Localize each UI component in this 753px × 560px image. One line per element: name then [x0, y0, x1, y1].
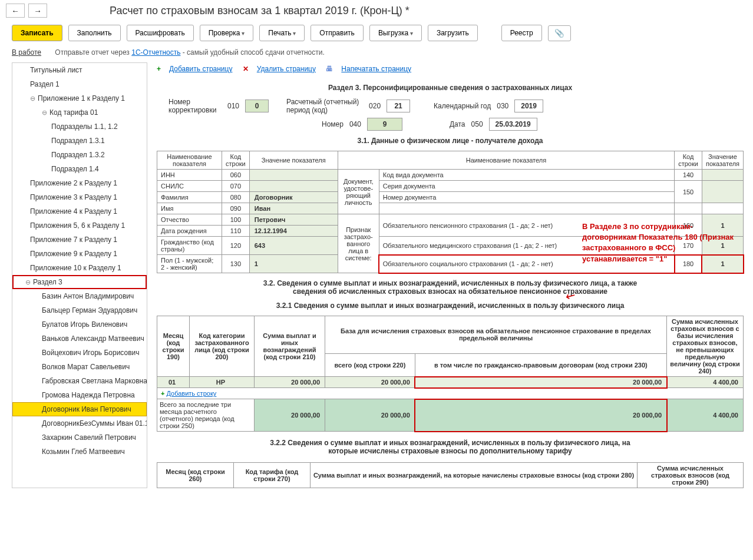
period-val[interactable]: 21 [387, 100, 410, 112]
tree-person-7[interactable]: Габровская Светлана Марковна [12, 374, 147, 388]
status-label[interactable]: В работе [12, 48, 41, 57]
tree-person-2[interactable]: Бальцер Герман Эдуардович [12, 303, 147, 317]
tree-sub14[interactable]: Подраздел 1.4 [12, 162, 147, 176]
tree-person-6[interactable]: Волков Марат Савельевич [12, 360, 147, 374]
tree-person-10[interactable]: ДоговорникБезСуммы Иван 01.11.1994 [12, 416, 147, 430]
tree-r1[interactable]: Раздел 1 [12, 77, 147, 91]
content-area: +Добавить страницу ✕Удалить страницу 🖶На… [147, 60, 753, 491]
print-page-link[interactable]: Напечатать страницу [341, 65, 411, 73]
s322-title: 3.2.2 Сведения о сумме выплат и иных воз… [267, 439, 633, 455]
status-hint2: - самый удобный способ сдачи отчетности. [180, 48, 324, 57]
x-icon: ✕ [243, 65, 249, 73]
s31-title: 3.1. Данные о физическом лице - получате… [157, 137, 744, 145]
tree-r3[interactable]: Раздел 3 [12, 275, 147, 289]
decode-button[interactable]: Расшифровать [127, 25, 194, 41]
num-code: 040 [349, 120, 361, 128]
tree-app56[interactable]: Приложения 5, 6 к Разделу 1 [12, 218, 147, 233]
year-code: 030 [497, 102, 508, 110]
tree-tarif[interactable]: Код тарифа 01 [12, 105, 147, 120]
download-button[interactable]: Загрузить [428, 25, 478, 41]
page-title: Расчет по страховым взносам за 1 квартал… [110, 5, 409, 17]
fill-button[interactable]: Заполнить [68, 25, 121, 41]
tree-person-1[interactable]: Базин Антон Владимирович [12, 289, 147, 303]
tree-person-3[interactable]: Булатов Игорь Виленович [12, 317, 147, 332]
date-code: 050 [471, 120, 483, 128]
corr-code: 010 [227, 102, 239, 110]
tree-title[interactable]: Титульный лист [12, 63, 147, 77]
year-label: Календарный год [434, 102, 491, 110]
add-page-link[interactable]: Добавить страницу [169, 65, 232, 73]
corr-label: Номер корректировки [169, 98, 222, 114]
tree-app4[interactable]: Приложение 4 к Разделу 1 [12, 204, 147, 218]
num-label: Номер [322, 120, 344, 128]
tree-app1[interactable]: Приложение 1 к Разделу 1 [12, 91, 147, 105]
tree-person-5[interactable]: Войцехович Игорь Борисович [12, 346, 147, 360]
year-val[interactable]: 2019 [514, 100, 543, 112]
plus-icon: + [157, 65, 161, 73]
tree-app2[interactable]: Приложение 2 к Разделу 1 [12, 176, 147, 190]
date-val[interactable]: 25.03.2019 [489, 118, 537, 131]
registry-button[interactable]: Реестр [501, 25, 542, 41]
tree-sub132[interactable]: Подраздел 1.3.2 [12, 148, 147, 162]
date-label: Дата [450, 120, 465, 128]
check-button[interactable]: Проверка [200, 25, 254, 41]
upload-button[interactable]: Выгрузка [369, 25, 422, 41]
forward-button[interactable]: → [28, 4, 47, 18]
status-hint1: Отправьте отчет через [55, 48, 131, 57]
tree-app10[interactable]: Приложение 10 к Разделу 1 [12, 261, 147, 275]
section3-title: Раздел 3. Персонифицированные сведения о… [157, 84, 744, 92]
del-page-link[interactable]: Удалить страницу [257, 65, 316, 73]
sidebar: Титульный лист Раздел 1 Приложение 1 к Р… [12, 62, 147, 488]
tree-person-12[interactable]: Козьмин Глеб Матвеевич [12, 445, 147, 459]
back-button[interactable]: ← [6, 4, 25, 18]
tree-sub1112[interactable]: Подразделы 1.1, 1.2 [12, 120, 147, 134]
corr-val[interactable]: 0 [245, 100, 269, 112]
add-row-link[interactable]: Добавить строку [166, 390, 216, 397]
print-button[interactable]: Печать [259, 25, 305, 41]
tree-person-9[interactable]: Договорник Иван Петрович [12, 402, 147, 416]
tree-person-8[interactable]: Громова Надежда Петровна [12, 388, 147, 402]
save-button[interactable]: Записать [12, 25, 62, 41]
tree-person-4[interactable]: Ваньков Александр Матвеевич [12, 332, 147, 346]
tree-app3[interactable]: Приложение 3 к Разделу 1 [12, 190, 147, 204]
tree-person-11[interactable]: Захаркин Савелий Петрович [12, 430, 147, 445]
tree-app9[interactable]: Приложение 9 к Разделу 1 [12, 247, 147, 261]
status-link[interactable]: 1С-Отчетность [131, 48, 180, 57]
tree-app7[interactable]: Приложение 7 к Разделу 1 [12, 233, 147, 247]
annotation-note: В Разделе 3 по сотрудникам-договорникам … [582, 221, 741, 264]
attach-button[interactable]: 📎 [548, 25, 571, 41]
send-button[interactable]: Отправить [311, 25, 364, 41]
s321-title: 3.2.1 Сведения о сумме выплат и иных воз… [157, 301, 744, 310]
table-322: Месяц (код строки 260) Код тарифа (код с… [157, 462, 744, 488]
num-val[interactable]: 9 [367, 118, 402, 131]
s32-title: 3.2. Сведения о сумме выплат и иных возн… [262, 279, 639, 296]
tree-sub131[interactable]: Подраздел 1.3.1 [12, 134, 147, 148]
period-code: 020 [369, 102, 381, 110]
print-icon: 🖶 [326, 65, 333, 73]
table-321: Месяц (код строки 190) Код категории зас… [157, 316, 744, 432]
period-label: Расчетный (отчетный) период (код) [286, 98, 363, 114]
